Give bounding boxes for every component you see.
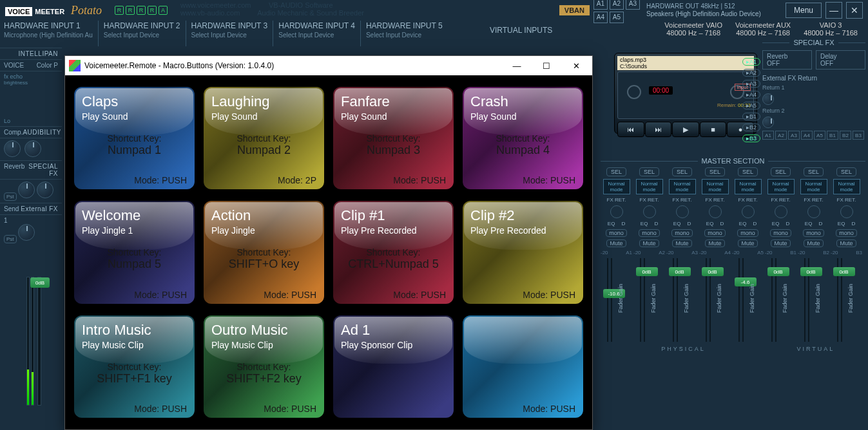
- ret-b1[interactable]: B1: [827, 131, 838, 140]
- bus-a1-button[interactable]: A1: [593, 0, 608, 10]
- fxret-knob[interactable]: [676, 205, 689, 218]
- fader-cap[interactable]: 0dB: [702, 267, 724, 276]
- send-knob[interactable]: [18, 224, 35, 241]
- mono-button[interactable]: mono: [770, 229, 791, 237]
- ret-a4[interactable]: A4: [801, 131, 813, 140]
- macro-button-11[interactable]: Ad 1Play Sponsor Clip: [333, 315, 454, 418]
- d-label[interactable]: D: [786, 221, 789, 227]
- menu-button[interactable]: Menu: [786, 3, 822, 18]
- macro-button-12[interactable]: Mode: PUSH: [463, 315, 583, 418]
- mute-button[interactable]: Mute: [672, 239, 691, 247]
- r-badge[interactable]: R: [115, 6, 124, 15]
- window-minimize-button[interactable]: —: [502, 57, 532, 75]
- fxret-knob[interactable]: [775, 205, 787, 218]
- window-close-button[interactable]: ✕: [561, 57, 591, 75]
- virtual-input-vaio[interactable]: Voicemeeter VAIO48000 Hz – 7168: [658, 21, 729, 46]
- d-label[interactable]: D: [753, 221, 757, 227]
- sel-button[interactable]: SEL: [804, 167, 824, 176]
- fader-cap[interactable]: 0dB: [636, 267, 658, 276]
- delay-toggle[interactable]: DelayOFF: [816, 50, 865, 70]
- d-label[interactable]: D: [654, 221, 658, 227]
- return1-knob[interactable]: [762, 93, 774, 105]
- fader[interactable]: 0dBFader Gain: [702, 258, 729, 342]
- macro-button-5[interactable]: WelcomePlay Jingle 1Shortcut Key:Numpad …: [74, 201, 195, 303]
- mode-box[interactable]: Normalmode: [833, 179, 860, 194]
- ret-a1[interactable]: A1: [762, 131, 774, 140]
- eq-label[interactable]: EQ: [739, 221, 747, 227]
- sel-button[interactable]: SEL: [738, 167, 758, 176]
- mode-box[interactable]: Normalmode: [669, 179, 696, 194]
- fader-cap[interactable]: 0dB: [833, 267, 855, 276]
- ret-b3[interactable]: B3: [853, 131, 864, 140]
- fxret-knob[interactable]: [840, 205, 853, 218]
- route-a4[interactable]: ▸A4: [742, 91, 760, 98]
- macro-button-6[interactable]: ActionPlay JingleShortcut Key:SHIFT+O ke…: [204, 201, 324, 303]
- mono-button[interactable]: mono: [671, 229, 693, 237]
- macro-button-10[interactable]: Outro MusicPlay Music ClipShortcut Key:S…: [204, 315, 324, 418]
- reverb-toggle[interactable]: ReverbOFF: [762, 50, 812, 70]
- route-a3[interactable]: ▸A3: [742, 80, 760, 88]
- r-badge[interactable]: R: [148, 6, 157, 15]
- eq-label[interactable]: EQ: [838, 221, 845, 227]
- mode-box[interactable]: Normalmode: [702, 179, 729, 194]
- window-maximize-button[interactable]: ☐: [532, 57, 561, 75]
- eq-label[interactable]: EQ: [706, 221, 714, 227]
- sel-button[interactable]: SEL: [836, 167, 856, 176]
- mode-box[interactable]: Normalmode: [735, 179, 762, 194]
- forward-button[interactable]: ⏭: [645, 122, 672, 137]
- r-badge[interactable]: R: [126, 6, 135, 15]
- fader-cap[interactable]: 0dB: [669, 267, 691, 276]
- mode-box[interactable]: Normalmode: [636, 179, 663, 194]
- macro-button-9[interactable]: Intro MusicPlay Music ClipShortcut Key:S…: [74, 315, 195, 418]
- fader-cap[interactable]: 0dB: [800, 267, 822, 276]
- mode-box[interactable]: Normalmode: [767, 179, 795, 194]
- bus-a3-button[interactable]: A3: [626, 0, 640, 10]
- d-label[interactable]: D: [720, 221, 724, 227]
- fxret-knob[interactable]: [610, 205, 623, 218]
- macro-button-3[interactable]: FanfarePlay SoundShortcut Key:Numpad 3Mo…: [333, 87, 454, 189]
- fader[interactable]: 0dBFader Gain: [636, 258, 663, 342]
- ret-a2[interactable]: A2: [775, 131, 787, 140]
- ret-a5[interactable]: A5: [814, 131, 825, 140]
- input-fader[interactable]: 0dB: [37, 277, 41, 406]
- macro-button-7[interactable]: Clip #1Play Pre RecordedShortcut Key:CTR…: [333, 201, 454, 303]
- route-b2[interactable]: ▸B2: [742, 124, 760, 131]
- fader-cap[interactable]: 0dB: [767, 267, 789, 276]
- hardware-input-3[interactable]: HARDWARE INPUT 3Select Input Device: [186, 21, 273, 46]
- ret-a3[interactable]: A3: [788, 131, 800, 140]
- mode-box[interactable]: Normalmode: [603, 179, 630, 194]
- sel-button[interactable]: SEL: [771, 167, 791, 176]
- route-a1[interactable]: ▸A1: [742, 58, 760, 66]
- macro-button-8[interactable]: Clip #2Play Pre RecordedMode: PUSH: [463, 201, 583, 303]
- macro-button-4[interactable]: CrashPlay SoundShortcut Key:Numpad 4Mode…: [463, 87, 583, 189]
- fader-cap[interactable]: 0dB: [30, 277, 50, 288]
- mute-button[interactable]: Mute: [639, 239, 659, 247]
- hardware-input-2[interactable]: HARDWARE INPUT 2Select Input Device: [98, 21, 186, 46]
- delay-knob[interactable]: [37, 182, 53, 198]
- mute-button[interactable]: Mute: [836, 239, 856, 247]
- mute-button[interactable]: Mute: [705, 239, 724, 247]
- fxret-knob[interactable]: [807, 205, 820, 218]
- close-icon[interactable]: ✕: [846, 2, 863, 19]
- fader[interactable]: -4.6Fader Gain: [735, 258, 762, 342]
- fxret-knob[interactable]: [742, 205, 755, 218]
- pst-button[interactable]: Pst: [4, 192, 17, 201]
- mono-button[interactable]: mono: [737, 229, 758, 237]
- sel-button[interactable]: SEL: [639, 167, 659, 176]
- play-button[interactable]: ▶: [672, 122, 699, 137]
- rewind-button[interactable]: ⏮: [617, 122, 644, 137]
- route-a5[interactable]: ▸A5: [742, 102, 760, 109]
- d-label[interactable]: D: [687, 221, 691, 227]
- eq-label[interactable]: EQ: [673, 221, 681, 227]
- sel-button[interactable]: SEL: [672, 167, 692, 176]
- route-b1[interactable]: ▸B1: [742, 113, 760, 120]
- reverb-knob[interactable]: [18, 182, 35, 198]
- eq-label[interactable]: EQ: [772, 221, 780, 227]
- ret-b2[interactable]: B2: [840, 131, 851, 140]
- mono-button[interactable]: mono: [836, 229, 857, 237]
- minimize-icon[interactable]: —: [825, 2, 842, 19]
- macro-button-1[interactable]: ClapsPlay SoundShortcut Key:Numpad 1Mode…: [74, 87, 195, 189]
- fader[interactable]: 0dBFader Gain: [669, 258, 696, 342]
- comp-knob[interactable]: [4, 140, 21, 157]
- macro-button-2[interactable]: LaughingPlay SoundShortcut Key:Numpad 2M…: [204, 87, 324, 189]
